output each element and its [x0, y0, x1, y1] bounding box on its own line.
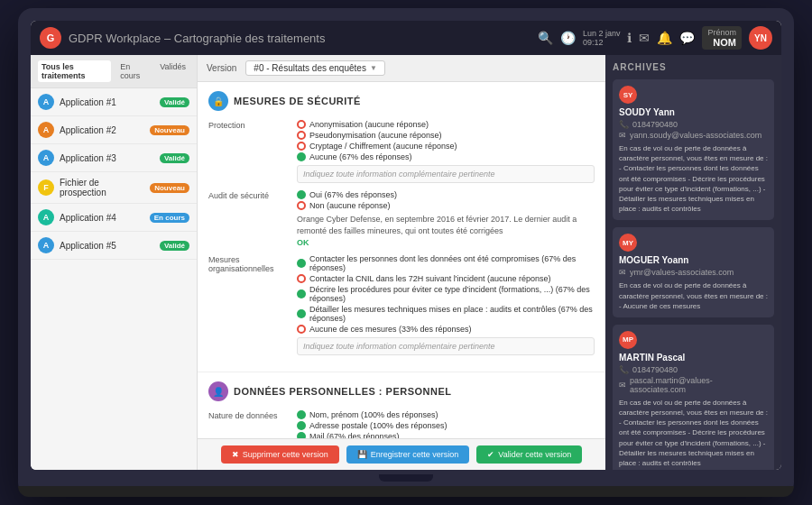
sidebar-item-3[interactable]: F Fichier de prospection Nouveau — [31, 172, 197, 204]
archive-desc-0: En cas de vol ou de perte de données à c… — [619, 143, 768, 214]
mesures-label: Mesures organisationnelles — [208, 254, 290, 355]
content-area: 🔒 MESURES DE SÉCURITÉ Protection Anonymi… — [198, 82, 605, 438]
dropdown-arrow: ▼ — [370, 64, 377, 72]
mes-item-0: Contacter les personnes dont les données… — [297, 254, 595, 272]
mail-icon[interactable]: ✉ — [639, 31, 650, 45]
save-icon: 💾 — [357, 450, 367, 459]
mes-radio-2 — [297, 289, 306, 298]
nature-values: Nom, prénom (100% des réponses) Adresse … — [297, 410, 595, 438]
email-icon-2: ✉ — [619, 381, 626, 390]
chat-icon[interactable]: 💬 — [679, 31, 695, 45]
sidebar-label-3: Fichier de prospection — [60, 178, 144, 197]
validate-button[interactable]: ✔ Valider cette version — [476, 445, 582, 464]
sidebar-label-2: Application #3 — [60, 153, 154, 163]
mes-text-3: Détailler les mesures techniques mises e… — [309, 305, 595, 323]
badge-5: Validé — [160, 241, 189, 251]
laptop-base — [18, 470, 794, 486]
archive-name-2: MARTIN Pascal — [619, 353, 768, 363]
section-title-personal: 👤 DONNÉES PERSONNELLES : PERSONNEL — [208, 381, 595, 401]
laptop-stand — [18, 486, 794, 497]
protection-row: Protection Anonymisation (aucune réponse… — [208, 120, 595, 183]
dot-4: A — [38, 209, 54, 225]
mes-radio-1 — [297, 274, 306, 283]
nat-item-0: Nom, prénom (100% des réponses) — [297, 410, 595, 419]
archive-desc-1: En cas de vol ou de perte de données à c… — [619, 280, 768, 311]
version-label: Version — [207, 63, 236, 73]
nat-radio-2 — [297, 432, 306, 438]
email-icon-0: ✉ — [619, 131, 626, 140]
prot-radio-2 — [297, 142, 306, 151]
tab-tous[interactable]: Tous les traitements — [38, 60, 111, 82]
prot-text-2: Cryptage / Chiffrement (aucune réponse) — [309, 142, 457, 151]
mes-item-2: Décrire les procédures pour éviter ce ty… — [297, 285, 595, 303]
top-icons: 🔍 🕐 Lun 2 janv09:12 ℹ ✉ 🔔 💬 Prénom NOM Y… — [538, 26, 772, 50]
audit-radio-0 — [297, 190, 306, 199]
tab-valides[interactable]: Validés — [156, 60, 189, 82]
sidebar: Tous les traitements En cours Validés A … — [31, 55, 198, 470]
user-badge: Prénom NOM — [702, 26, 742, 50]
mes-text-1: Contacter la CNIL dans les 72H suivant l… — [309, 274, 551, 283]
nat-text-2: Mail (67% des réponses) — [309, 432, 400, 438]
archives-title: ARCHIVES — [613, 62, 774, 72]
prot-radio-3 — [297, 152, 306, 161]
mes-radio-0 — [297, 259, 306, 268]
mes-text-2: Décrire les procédures pour éviter ce ty… — [309, 285, 595, 303]
save-button[interactable]: 💾 Enregistrer cette version — [346, 445, 470, 464]
audit-text-0: Oui (67% des réponses) — [309, 190, 397, 199]
personal-title: DONNÉES PERSONNELLES : PERSONNEL — [234, 386, 452, 397]
nat-radio-0 — [297, 410, 306, 419]
audit-radio-1 — [297, 201, 306, 210]
laptop-notch — [379, 474, 433, 482]
prot-item-2: Cryptage / Chiffrement (aucune réponse) — [297, 142, 595, 151]
protection-label: Protection — [208, 120, 290, 183]
prot-text-3: Aucune (67% des réponses) — [309, 152, 412, 161]
sidebar-item-5[interactable]: A Application #5 Validé — [31, 232, 197, 260]
archive-name-0: SOUDY Yann — [619, 107, 768, 117]
prot-text-0: Anonymisation (aucune réponse) — [309, 120, 429, 129]
audit-ok: OK — [297, 238, 595, 247]
app-title: GDPR Workplace – Cartographie des traite… — [69, 32, 538, 45]
sidebar-item-2[interactable]: A Application #3 Validé — [31, 144, 197, 172]
archive-email-2: ✉ pascal.martin@values-associates.com — [619, 376, 768, 394]
sidebar-item-0[interactable]: A Application #1 Validé — [31, 88, 197, 116]
archive-avatar-0: SY — [619, 86, 637, 104]
bottom-bar: ✖ Supprimer cette version 💾 Enregistrer … — [198, 438, 605, 470]
info-icon[interactable]: ℹ — [627, 31, 632, 45]
date-time: Lun 2 janv09:12 — [583, 29, 621, 47]
delete-button[interactable]: ✖ Supprimer cette version — [221, 445, 339, 464]
mesures-comment[interactable]: Indiquez toute information complémentair… — [297, 337, 595, 355]
audit-item-1: Non (aucune réponse) — [297, 201, 595, 210]
dot-0: A — [38, 94, 54, 110]
audit-row: Audit de sécurité Oui (67% des réponses)… — [208, 190, 595, 247]
nat-text-0: Nom, prénom (100% des réponses) — [309, 410, 438, 419]
sidebar-label-1: Application #2 — [60, 125, 144, 135]
bell-icon[interactable]: 🔔 — [657, 31, 672, 45]
phone-icon-0: 📞 — [619, 120, 629, 129]
badge-4: En cours — [150, 213, 189, 223]
sidebar-header: Tous les traitements En cours Validés — [31, 55, 197, 88]
badge-2: Validé — [160, 153, 189, 163]
sidebar-item-1[interactable]: A Application #2 Nouveau — [31, 116, 197, 144]
archive-email-1: ✉ ymr@values-associates.com — [619, 268, 768, 277]
search-icon[interactable]: 🔍 — [538, 31, 553, 45]
clock-icon: 🕐 — [560, 31, 576, 45]
audit-text-1: Non (aucune réponse) — [309, 201, 391, 210]
sidebar-item-4[interactable]: A Application #4 En cours — [31, 204, 197, 232]
personal-icon: 👤 — [208, 381, 228, 401]
sidebar-label-5: Application #5 — [60, 241, 154, 251]
nat-item-2: Mail (67% des réponses) — [297, 432, 595, 438]
dot-3: F — [38, 179, 54, 196]
dot-2: A — [38, 150, 54, 166]
audit-desc: Orange Cyber Defense, en septembre 2016 … — [297, 214, 595, 236]
prot-text-1: Pseudonymisation (aucune réponse) — [309, 131, 442, 140]
sidebar-label-0: Application #1 — [60, 97, 154, 107]
avatar[interactable]: YN — [749, 26, 772, 50]
mes-radio-4 — [297, 325, 306, 334]
tab-en-cours[interactable]: En cours — [116, 60, 151, 82]
archive-phone-0: 📞 0184790480 — [619, 120, 768, 129]
protection-comment[interactable]: Indiquez toute information complémentair… — [297, 165, 595, 183]
mesures-values: Contacter les personnes dont les données… — [297, 254, 595, 355]
version-select[interactable]: #0 - Résultats des enquêtes ▼ — [245, 60, 384, 76]
nature-label: Nature de données — [208, 410, 290, 438]
mes-item-4: Aucune de ces mesures (33% des réponses) — [297, 325, 595, 334]
